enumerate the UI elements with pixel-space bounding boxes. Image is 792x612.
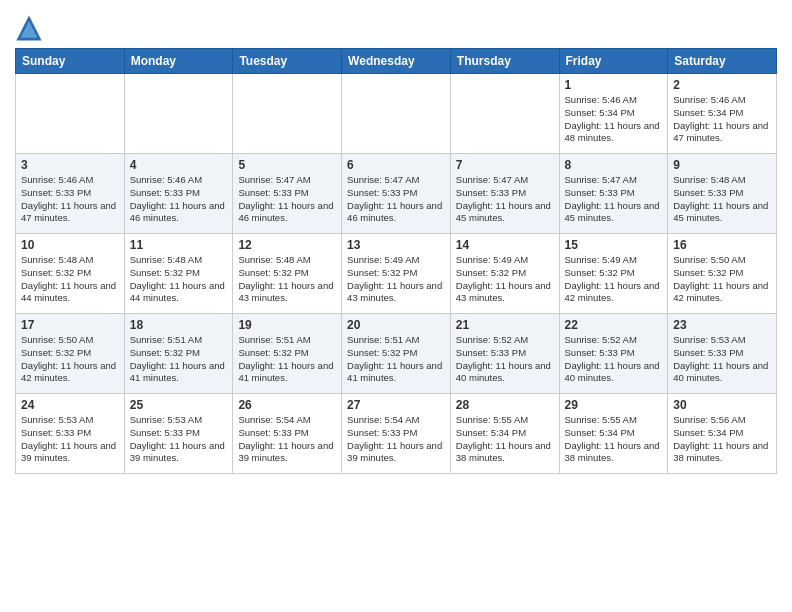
day-number: 2 <box>673 78 771 92</box>
day-number: 29 <box>565 398 663 412</box>
day-number: 19 <box>238 318 336 332</box>
day-info: Sunrise: 5:48 AMSunset: 5:32 PMDaylight:… <box>21 254 116 303</box>
day-number: 15 <box>565 238 663 252</box>
logo-icon <box>15 14 43 42</box>
day-info: Sunrise: 5:46 AMSunset: 5:34 PMDaylight:… <box>565 94 660 143</box>
day-cell: 24Sunrise: 5:53 AMSunset: 5:33 PMDayligh… <box>16 394 125 474</box>
day-cell: 3Sunrise: 5:46 AMSunset: 5:33 PMDaylight… <box>16 154 125 234</box>
day-number: 30 <box>673 398 771 412</box>
day-number: 18 <box>130 318 228 332</box>
day-info: Sunrise: 5:51 AMSunset: 5:32 PMDaylight:… <box>347 334 442 383</box>
calendar-header: SundayMondayTuesdayWednesdayThursdayFrid… <box>16 49 777 74</box>
day-cell: 30Sunrise: 5:56 AMSunset: 5:34 PMDayligh… <box>668 394 777 474</box>
day-number: 24 <box>21 398 119 412</box>
day-info: Sunrise: 5:55 AMSunset: 5:34 PMDaylight:… <box>565 414 660 463</box>
day-info: Sunrise: 5:49 AMSunset: 5:32 PMDaylight:… <box>565 254 660 303</box>
header <box>15 10 777 42</box>
day-info: Sunrise: 5:51 AMSunset: 5:32 PMDaylight:… <box>238 334 333 383</box>
day-cell: 7Sunrise: 5:47 AMSunset: 5:33 PMDaylight… <box>450 154 559 234</box>
day-number: 12 <box>238 238 336 252</box>
week-row: 17Sunrise: 5:50 AMSunset: 5:32 PMDayligh… <box>16 314 777 394</box>
day-header-saturday: Saturday <box>668 49 777 74</box>
day-info: Sunrise: 5:46 AMSunset: 5:33 PMDaylight:… <box>21 174 116 223</box>
week-row: 24Sunrise: 5:53 AMSunset: 5:33 PMDayligh… <box>16 394 777 474</box>
week-row: 3Sunrise: 5:46 AMSunset: 5:33 PMDaylight… <box>16 154 777 234</box>
day-number: 21 <box>456 318 554 332</box>
day-cell: 17Sunrise: 5:50 AMSunset: 5:32 PMDayligh… <box>16 314 125 394</box>
day-cell <box>450 74 559 154</box>
day-cell: 26Sunrise: 5:54 AMSunset: 5:33 PMDayligh… <box>233 394 342 474</box>
day-info: Sunrise: 5:49 AMSunset: 5:32 PMDaylight:… <box>456 254 551 303</box>
day-cell: 9Sunrise: 5:48 AMSunset: 5:33 PMDaylight… <box>668 154 777 234</box>
header-row: SundayMondayTuesdayWednesdayThursdayFrid… <box>16 49 777 74</box>
day-cell: 21Sunrise: 5:52 AMSunset: 5:33 PMDayligh… <box>450 314 559 394</box>
day-number: 6 <box>347 158 445 172</box>
day-number: 28 <box>456 398 554 412</box>
day-cell: 11Sunrise: 5:48 AMSunset: 5:32 PMDayligh… <box>124 234 233 314</box>
day-number: 7 <box>456 158 554 172</box>
day-header-friday: Friday <box>559 49 668 74</box>
day-cell: 15Sunrise: 5:49 AMSunset: 5:32 PMDayligh… <box>559 234 668 314</box>
day-info: Sunrise: 5:47 AMSunset: 5:33 PMDaylight:… <box>565 174 660 223</box>
day-cell: 29Sunrise: 5:55 AMSunset: 5:34 PMDayligh… <box>559 394 668 474</box>
day-number: 25 <box>130 398 228 412</box>
day-number: 26 <box>238 398 336 412</box>
day-info: Sunrise: 5:53 AMSunset: 5:33 PMDaylight:… <box>21 414 116 463</box>
day-number: 13 <box>347 238 445 252</box>
day-number: 10 <box>21 238 119 252</box>
day-cell: 14Sunrise: 5:49 AMSunset: 5:32 PMDayligh… <box>450 234 559 314</box>
day-cell: 4Sunrise: 5:46 AMSunset: 5:33 PMDaylight… <box>124 154 233 234</box>
day-number: 22 <box>565 318 663 332</box>
day-info: Sunrise: 5:48 AMSunset: 5:33 PMDaylight:… <box>673 174 768 223</box>
calendar: SundayMondayTuesdayWednesdayThursdayFrid… <box>15 48 777 474</box>
day-info: Sunrise: 5:48 AMSunset: 5:32 PMDaylight:… <box>130 254 225 303</box>
day-cell: 10Sunrise: 5:48 AMSunset: 5:32 PMDayligh… <box>16 234 125 314</box>
day-number: 4 <box>130 158 228 172</box>
day-cell: 6Sunrise: 5:47 AMSunset: 5:33 PMDaylight… <box>342 154 451 234</box>
day-number: 17 <box>21 318 119 332</box>
day-cell <box>16 74 125 154</box>
day-info: Sunrise: 5:46 AMSunset: 5:34 PMDaylight:… <box>673 94 768 143</box>
day-header-wednesday: Wednesday <box>342 49 451 74</box>
day-cell: 27Sunrise: 5:54 AMSunset: 5:33 PMDayligh… <box>342 394 451 474</box>
day-info: Sunrise: 5:54 AMSunset: 5:33 PMDaylight:… <box>238 414 333 463</box>
day-number: 16 <box>673 238 771 252</box>
day-cell: 28Sunrise: 5:55 AMSunset: 5:34 PMDayligh… <box>450 394 559 474</box>
day-info: Sunrise: 5:50 AMSunset: 5:32 PMDaylight:… <box>673 254 768 303</box>
day-info: Sunrise: 5:53 AMSunset: 5:33 PMDaylight:… <box>673 334 768 383</box>
day-number: 9 <box>673 158 771 172</box>
day-number: 8 <box>565 158 663 172</box>
day-number: 5 <box>238 158 336 172</box>
day-info: Sunrise: 5:55 AMSunset: 5:34 PMDaylight:… <box>456 414 551 463</box>
day-cell: 23Sunrise: 5:53 AMSunset: 5:33 PMDayligh… <box>668 314 777 394</box>
logo-area <box>15 14 47 42</box>
day-cell: 20Sunrise: 5:51 AMSunset: 5:32 PMDayligh… <box>342 314 451 394</box>
day-info: Sunrise: 5:56 AMSunset: 5:34 PMDaylight:… <box>673 414 768 463</box>
page: SundayMondayTuesdayWednesdayThursdayFrid… <box>0 0 792 489</box>
day-info: Sunrise: 5:49 AMSunset: 5:32 PMDaylight:… <box>347 254 442 303</box>
day-info: Sunrise: 5:54 AMSunset: 5:33 PMDaylight:… <box>347 414 442 463</box>
day-cell <box>124 74 233 154</box>
day-cell: 8Sunrise: 5:47 AMSunset: 5:33 PMDaylight… <box>559 154 668 234</box>
day-cell: 13Sunrise: 5:49 AMSunset: 5:32 PMDayligh… <box>342 234 451 314</box>
day-cell: 5Sunrise: 5:47 AMSunset: 5:33 PMDaylight… <box>233 154 342 234</box>
day-number: 14 <box>456 238 554 252</box>
day-info: Sunrise: 5:47 AMSunset: 5:33 PMDaylight:… <box>347 174 442 223</box>
day-info: Sunrise: 5:46 AMSunset: 5:33 PMDaylight:… <box>130 174 225 223</box>
day-info: Sunrise: 5:47 AMSunset: 5:33 PMDaylight:… <box>456 174 551 223</box>
day-number: 23 <box>673 318 771 332</box>
day-info: Sunrise: 5:48 AMSunset: 5:32 PMDaylight:… <box>238 254 333 303</box>
day-info: Sunrise: 5:52 AMSunset: 5:33 PMDaylight:… <box>565 334 660 383</box>
day-info: Sunrise: 5:52 AMSunset: 5:33 PMDaylight:… <box>456 334 551 383</box>
day-cell: 25Sunrise: 5:53 AMSunset: 5:33 PMDayligh… <box>124 394 233 474</box>
day-header-thursday: Thursday <box>450 49 559 74</box>
day-number: 27 <box>347 398 445 412</box>
day-info: Sunrise: 5:50 AMSunset: 5:32 PMDaylight:… <box>21 334 116 383</box>
day-cell: 16Sunrise: 5:50 AMSunset: 5:32 PMDayligh… <box>668 234 777 314</box>
day-cell: 19Sunrise: 5:51 AMSunset: 5:32 PMDayligh… <box>233 314 342 394</box>
day-cell <box>233 74 342 154</box>
calendar-body: 1Sunrise: 5:46 AMSunset: 5:34 PMDaylight… <box>16 74 777 474</box>
day-info: Sunrise: 5:53 AMSunset: 5:33 PMDaylight:… <box>130 414 225 463</box>
day-header-monday: Monday <box>124 49 233 74</box>
day-cell: 2Sunrise: 5:46 AMSunset: 5:34 PMDaylight… <box>668 74 777 154</box>
